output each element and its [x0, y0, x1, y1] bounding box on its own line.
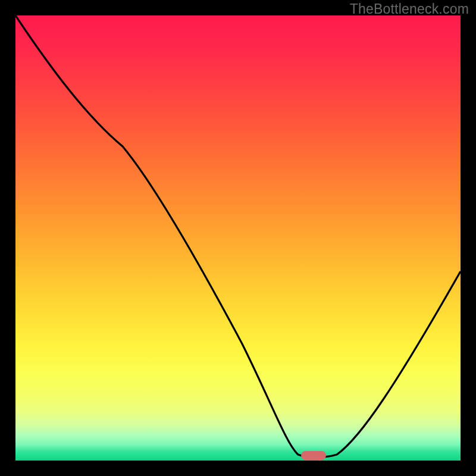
curve-path: [15, 15, 461, 458]
bottleneck-curve: [15, 15, 461, 461]
chart-frame: TheBottleneck.com: [0, 0, 476, 476]
watermark-text: TheBottleneck.com: [350, 1, 469, 17]
plot-area: [15, 15, 461, 461]
optimal-marker: [301, 451, 326, 460]
